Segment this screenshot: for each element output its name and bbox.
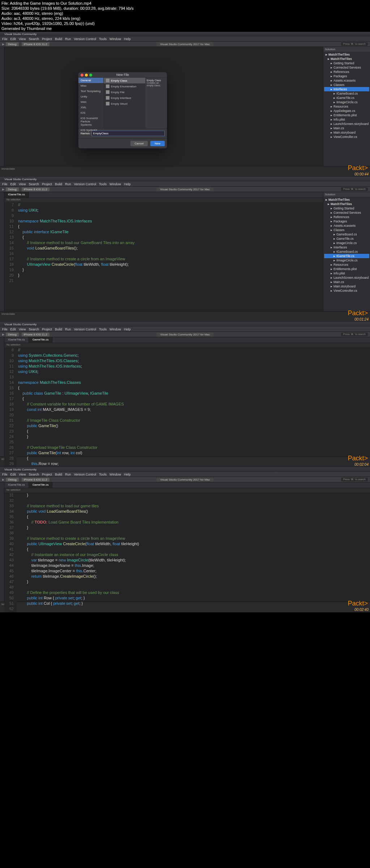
menu-view[interactable]: View — [19, 327, 26, 331]
dialog-cat[interactable]: Text Templating — [78, 88, 103, 94]
tree-item[interactable]: ▸MatchTheTiles — [324, 57, 369, 61]
tree-item[interactable]: ▸IGameTile.cs — [324, 254, 369, 258]
dialog-item[interactable]: Empty Class — [104, 78, 145, 83]
menu-file[interactable]: File — [2, 37, 8, 41]
tree-item[interactable]: ▸GameBoard.cs — [324, 232, 369, 236]
dialog-item[interactable]: Empty Interface — [104, 95, 145, 101]
tab-igametile[interactable]: IGameTile.cs — [4, 337, 29, 343]
menu-view[interactable]: View — [19, 473, 26, 476]
menu-run[interactable]: Run — [65, 37, 71, 41]
dialog-cat[interactable]: XML — [78, 105, 103, 110]
menu-edit[interactable]: Edit — [10, 182, 16, 186]
tree-item[interactable]: ▸Main.cs — [324, 126, 369, 130]
menu-project[interactable]: Project — [42, 182, 52, 186]
tree-item[interactable]: ▸ViewController.cs — [324, 288, 369, 293]
menu-view[interactable]: View — [19, 37, 26, 41]
tree-item[interactable]: ▸LaunchScreen.storyboard — [324, 275, 369, 280]
menu-window[interactable]: Window — [109, 182, 121, 186]
tree-item[interactable]: ▸Main.storyboard — [324, 130, 369, 135]
tree-item[interactable]: ▸MatchTheTiles — [324, 202, 369, 206]
menu-run[interactable]: Run — [65, 327, 71, 331]
menu-build[interactable]: Build — [55, 37, 62, 41]
tree-item[interactable]: ▸Classes — [324, 228, 369, 232]
tree-item[interactable]: ▸Resources — [324, 262, 369, 267]
dialog-item[interactable]: Empty Enumeration — [104, 83, 145, 89]
device-select[interactable]: iPhone 8 iOS 11.2 — [22, 187, 50, 191]
tree-item[interactable]: ▸IGameBoard.cs — [324, 91, 369, 96]
menu-view[interactable]: View — [19, 182, 26, 186]
debug-config[interactable]: Debug — [6, 187, 19, 191]
tree-item[interactable]: ▸Main.cs — [324, 280, 369, 284]
menu-help[interactable]: Help — [124, 37, 131, 41]
device-select[interactable]: iPhone 8 iOS 11.2 — [22, 478, 50, 482]
menu-help[interactable]: Help — [124, 473, 131, 476]
menu-window[interactable]: Window — [109, 327, 121, 331]
cancel-button[interactable]: Cancel — [130, 141, 148, 146]
dialog-cat[interactable]: General — [78, 78, 103, 83]
menu-search[interactable]: Search — [29, 327, 39, 331]
new-button[interactable]: New — [150, 141, 165, 146]
tree-item[interactable]: ▸Classes — [324, 83, 369, 87]
tree-item[interactable]: ▸Assets.xcassets — [324, 78, 369, 83]
tree-item[interactable]: ▸Interfaces — [324, 87, 369, 91]
menu-edit[interactable]: Edit — [10, 473, 16, 476]
device-select[interactable]: iPhone 8 iOS 11.2 — [22, 333, 50, 337]
device-select[interactable]: iPhone 8 iOS 11.2 — [22, 42, 50, 46]
menu-search[interactable]: Search — [29, 182, 39, 186]
tree-item[interactable]: ▸Entitlements.plist — [324, 267, 369, 271]
tree-item[interactable]: ▸Packages — [324, 219, 369, 223]
code-editor[interactable]: 789101112131415161718192021 // using UIK… — [4, 202, 323, 283]
tree-item[interactable]: ▸References — [324, 215, 369, 219]
immediate-panel[interactable]: Immediate — [0, 311, 370, 322]
search-box[interactable]: Press '⌘.' to search — [341, 42, 368, 46]
menu-version-control[interactable]: Version Control — [74, 37, 96, 41]
dialog-cat[interactable]: iOS — [78, 110, 103, 116]
tree-item[interactable]: ▸Main.storyboard — [324, 284, 369, 288]
code-editor[interactable]: 8910111213141516171819202122232425262728… — [4, 347, 370, 472]
tree-item[interactable]: ▸IGameBoard.cs — [324, 249, 369, 254]
menu-project[interactable]: Project — [42, 473, 52, 476]
debug-config[interactable]: Debug — [6, 42, 19, 46]
tree-item[interactable]: ▸Resources — [324, 104, 369, 109]
tree-item[interactable]: ▸IImageCircle.cs — [324, 100, 369, 104]
menu-help[interactable]: Help — [124, 182, 131, 186]
menu-file[interactable]: File — [2, 182, 8, 186]
tab-gametile[interactable]: GameTile.cs — [29, 337, 53, 343]
menu-run[interactable]: Run — [65, 473, 71, 476]
tree-item[interactable]: ▸MatchTheTiles — [324, 52, 369, 57]
name-input[interactable] — [91, 131, 165, 136]
tree-item[interactable]: ▸IGameTile.cs — [324, 96, 369, 100]
immediate-panel[interactable]: Immediate — [0, 166, 370, 177]
tree-item[interactable]: ▸Info.plist — [324, 117, 369, 122]
menu-build[interactable]: Build — [55, 473, 62, 476]
dialog-item[interactable]: Empty File — [104, 89, 145, 95]
tree-item[interactable]: ▸AppDelegate.cs — [324, 109, 369, 113]
menu-window[interactable]: Window — [109, 473, 121, 476]
search-box[interactable]: Press '⌘.' to search — [341, 187, 368, 191]
tree-item[interactable]: ▸Assets.xcassets — [324, 223, 369, 228]
tree-item[interactable]: ▸Interfaces — [324, 245, 369, 249]
tree-item[interactable]: ▸MatchTheTiles — [324, 198, 369, 202]
dialog-cat[interactable]: Unity — [78, 94, 103, 99]
menu-tools[interactable]: Tools — [99, 327, 107, 331]
debug-config[interactable]: Debug — [6, 333, 19, 337]
menu-version-control[interactable]: Version Control — [74, 182, 96, 186]
tree-item[interactable]: ▸References — [324, 70, 369, 74]
dialog-cat[interactable]: iOS SceneKit Particle Systems — [78, 116, 103, 127]
menu-file[interactable]: File — [2, 327, 8, 331]
dialog-cat[interactable]: Web — [78, 99, 103, 105]
tree-item[interactable]: ▸Connected Services — [324, 211, 369, 215]
tree-item[interactable]: ▸Info.plist — [324, 271, 369, 275]
tree-item[interactable]: ▸LaunchScreen.storyboard — [324, 122, 369, 126]
play-icon[interactable]: ▶ — [2, 478, 4, 481]
menu-tools[interactable]: Tools — [99, 473, 107, 476]
dialog-item[interactable]: Empty Struct — [104, 101, 145, 107]
menu-build[interactable]: Build — [55, 182, 62, 186]
menu-search[interactable]: Search — [29, 37, 39, 41]
menu-edit[interactable]: Edit — [10, 37, 16, 41]
tree-item[interactable]: ▸ImageCircle.cs — [324, 241, 369, 245]
tree-item[interactable]: ▸Packages — [324, 74, 369, 78]
menu-window[interactable]: Window — [109, 37, 121, 41]
menu-project[interactable]: Project — [42, 37, 52, 41]
debug-config[interactable]: Debug — [6, 478, 19, 482]
